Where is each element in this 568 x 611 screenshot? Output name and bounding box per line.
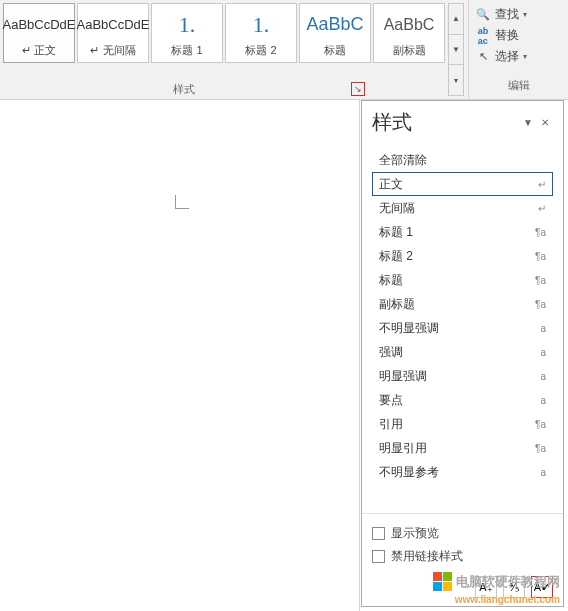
style-preview: AaBbCcDdE [77, 9, 150, 41]
style-item-label: 标题 1 [379, 224, 535, 241]
style-item-label: 不明显强调 [379, 320, 540, 337]
style-tile-label: 标题 2 [245, 43, 276, 58]
style-item-label: 明显引用 [379, 440, 535, 457]
style-type-icon: ¶a [535, 419, 546, 430]
style-tile-标题 2[interactable]: 1.标题 2 [225, 3, 297, 63]
styles-dialog-launcher-icon[interactable]: ↘ [351, 82, 365, 96]
style-inspector-button[interactable]: ⁴⁄₅ [503, 576, 525, 598]
style-item-label: 不明显参考 [379, 464, 540, 481]
style-tile-标题 1[interactable]: 1.标题 1 [151, 3, 223, 63]
style-item-label: 正文 [379, 176, 538, 193]
editing-group-label: 编辑 [471, 78, 566, 95]
style-item-标题 1[interactable]: 标题 1¶a [372, 220, 553, 244]
close-icon[interactable]: ✕ [537, 117, 553, 128]
style-type-icon: a [540, 467, 546, 478]
checkbox-icon [372, 527, 385, 540]
style-item-副标题[interactable]: 副标题¶a [372, 292, 553, 316]
style-tile-正文[interactable]: AaBbCcDdE↵ 正文 [3, 3, 75, 63]
disable-linked-label: 禁用链接样式 [391, 548, 463, 565]
find-label: 查找 [495, 6, 519, 23]
style-tile-label: ↵ 正文 [22, 43, 56, 58]
style-item-label: 强调 [379, 344, 540, 361]
style-item-label: 全部清除 [379, 152, 546, 169]
gallery-down-icon[interactable]: ▼ [449, 35, 463, 66]
show-preview-checkbox[interactable]: 显示预览 [372, 522, 553, 545]
style-type-icon: ¶a [535, 275, 546, 286]
chevron-down-icon: ▾ [523, 10, 527, 19]
style-item-label: 标题 [379, 272, 535, 289]
style-type-icon: a [540, 347, 546, 358]
gallery-more-icon[interactable]: ▾ [449, 65, 463, 95]
style-type-icon: ¶a [535, 251, 546, 262]
select-button[interactable]: ↖ 选择 ▾ [471, 46, 566, 67]
page-corner-mark [175, 195, 189, 209]
select-icon: ↖ [475, 49, 491, 65]
style-preview: AaBbC [306, 9, 363, 41]
style-preview: AaBbC [384, 9, 435, 41]
style-item-无间隔[interactable]: 无间隔↵ [372, 196, 553, 220]
pane-options-icon[interactable]: ▼ [519, 117, 537, 128]
replace-icon: abac [475, 28, 491, 44]
style-type-icon: ¶a [535, 299, 546, 310]
style-item-label: 引用 [379, 416, 535, 433]
disable-linked-checkbox[interactable]: 禁用链接样式 [372, 545, 553, 568]
style-item-不明显强调[interactable]: 不明显强调a [372, 316, 553, 340]
style-item-明显引用[interactable]: 明显引用¶a [372, 436, 553, 460]
style-item-正文[interactable]: 正文↵ [372, 172, 553, 196]
select-label: 选择 [495, 48, 519, 65]
style-item-强调[interactable]: 强调a [372, 340, 553, 364]
style-tile-标题[interactable]: AaBbC标题 [299, 3, 371, 63]
style-preview: 1. [253, 9, 270, 41]
style-tile-label: 副标题 [393, 43, 426, 58]
gallery-up-icon[interactable]: ▲ [449, 4, 463, 35]
style-type-icon: ↵ [538, 203, 546, 214]
document-canvas[interactable] [0, 100, 360, 611]
styles-group-label: 样式 [173, 82, 195, 97]
pane-title: 样式 [372, 109, 519, 136]
style-type-icon: ¶a [535, 443, 546, 454]
style-item-label: 副标题 [379, 296, 535, 313]
style-type-icon: a [540, 371, 546, 382]
manage-styles-button[interactable]: A✔ [531, 576, 553, 598]
style-type-icon: ¶a [535, 227, 546, 238]
style-item-label: 标题 2 [379, 248, 535, 265]
styles-pane: 样式 ▼ ✕ 全部清除正文↵无间隔↵标题 1¶a标题 2¶a标题¶a副标题¶a不… [361, 100, 564, 607]
editing-group: 🔍 查找 ▾ abac 替换 ↖ 选择 ▾ 编辑 [468, 0, 568, 99]
style-item-引用[interactable]: 引用¶a [372, 412, 553, 436]
new-style-button[interactable]: A₊ [475, 576, 497, 598]
style-item-全部清除[interactable]: 全部清除 [372, 148, 553, 172]
style-type-icon: a [540, 395, 546, 406]
chevron-down-icon: ▾ [523, 52, 527, 61]
show-preview-label: 显示预览 [391, 525, 439, 542]
style-item-标题[interactable]: 标题¶a [372, 268, 553, 292]
style-item-标题 2[interactable]: 标题 2¶a [372, 244, 553, 268]
style-item-不明显参考[interactable]: 不明显参考a [372, 460, 553, 484]
style-item-label: 明显强调 [379, 368, 540, 385]
style-item-要点[interactable]: 要点a [372, 388, 553, 412]
style-type-icon: a [540, 323, 546, 334]
style-item-label: 无间隔 [379, 200, 538, 217]
styles-list: 全部清除正文↵无间隔↵标题 1¶a标题 2¶a标题¶a副标题¶a不明显强调a强调… [362, 146, 563, 513]
style-tile-label: 标题 1 [171, 43, 202, 58]
replace-button[interactable]: abac 替换 [471, 25, 566, 46]
style-tile-label: ↵ 无间隔 [90, 43, 135, 58]
style-preview: AaBbCcDdE [3, 9, 76, 41]
style-item-label: 要点 [379, 392, 540, 409]
replace-label: 替换 [495, 27, 519, 44]
style-tile-副标题[interactable]: AaBbC副标题 [373, 3, 445, 63]
style-type-icon: ↵ [538, 179, 546, 190]
style-tile-label: 标题 [324, 43, 346, 58]
checkbox-icon [372, 550, 385, 563]
style-tile-无间隔[interactable]: AaBbCcDdE↵ 无间隔 [77, 3, 149, 63]
style-preview: 1. [179, 9, 196, 41]
style-item-明显强调[interactable]: 明显强调a [372, 364, 553, 388]
find-icon: 🔍 [475, 7, 491, 23]
find-button[interactable]: 🔍 查找 ▾ [471, 4, 566, 25]
